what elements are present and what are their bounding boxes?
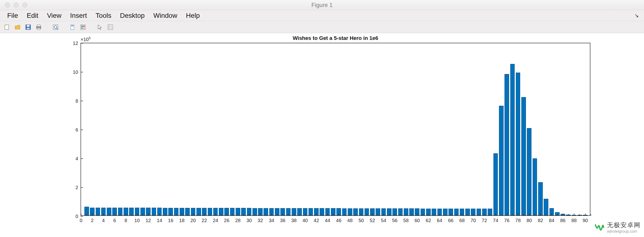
x-tick-label: 62 xyxy=(426,218,431,223)
svg-rect-6 xyxy=(37,25,40,26)
x-tick xyxy=(590,214,591,216)
menu-insert[interactable]: Insert xyxy=(66,11,92,20)
bar xyxy=(533,158,537,215)
x-tick xyxy=(394,214,395,216)
x-tick-label: 6 xyxy=(113,218,116,223)
x-tick xyxy=(198,214,199,216)
x-tick-label: 54 xyxy=(381,218,386,223)
x-tick xyxy=(81,214,81,216)
maximize-window-button[interactable] xyxy=(22,2,28,8)
x-tick xyxy=(456,214,457,216)
x-tick xyxy=(557,214,558,216)
x-tick xyxy=(271,214,272,216)
bar xyxy=(494,153,498,215)
x-tick xyxy=(484,214,484,216)
y-tick-label: 10 xyxy=(73,70,78,75)
y-tick-label: 6 xyxy=(76,127,78,133)
x-tick xyxy=(137,214,137,216)
x-tick-label: 14 xyxy=(157,218,162,223)
minimize-window-button[interactable] xyxy=(14,2,19,8)
y-tick-label: 0 xyxy=(76,214,78,219)
print-button[interactable] xyxy=(34,22,43,32)
y-tick xyxy=(80,158,83,159)
bar-series xyxy=(81,43,590,215)
svg-rect-4 xyxy=(27,28,30,29)
bar xyxy=(527,128,532,215)
x-tick xyxy=(120,214,120,216)
x-tick xyxy=(467,214,468,216)
svg-rect-17 xyxy=(83,28,85,29)
x-tick xyxy=(86,214,87,216)
print-preview-button[interactable] xyxy=(51,22,60,32)
svg-point-1 xyxy=(4,24,6,26)
x-tick-label: 0 xyxy=(80,218,82,223)
x-tick xyxy=(98,214,98,216)
x-tick xyxy=(552,214,552,216)
x-tick xyxy=(523,214,524,216)
menu-file[interactable]: File xyxy=(3,11,22,20)
x-tick-label: 18 xyxy=(179,218,184,223)
x-tick xyxy=(490,214,490,216)
link-plot-button[interactable] xyxy=(68,22,77,32)
close-window-button[interactable] xyxy=(5,2,10,8)
menu-view[interactable]: View xyxy=(42,11,66,20)
x-tick xyxy=(333,214,333,216)
x-tick xyxy=(451,214,451,216)
insert-colorbar-button[interactable] xyxy=(78,22,88,32)
x-tick-label: 44 xyxy=(325,218,330,223)
x-tick-label: 48 xyxy=(347,218,352,223)
edit-plot-cursor-button[interactable] xyxy=(95,22,104,32)
chart-title: Wishes to Get a 5-star Hero in 1e6 xyxy=(80,35,590,41)
x-tick xyxy=(92,214,92,216)
insert-legend-button[interactable] xyxy=(106,22,115,32)
x-tick xyxy=(277,214,277,216)
x-tick-label: 36 xyxy=(280,218,286,223)
y-tick xyxy=(80,216,83,216)
x-tick xyxy=(473,214,474,216)
x-tick-label: 64 xyxy=(437,218,442,223)
x-tick-label: 68 xyxy=(459,218,464,223)
menu-tools[interactable]: Tools xyxy=(92,11,116,20)
menu-help[interactable]: Help xyxy=(182,11,204,20)
toolbar xyxy=(0,21,644,33)
save-button[interactable] xyxy=(24,22,33,32)
x-tick-label: 28 xyxy=(235,218,240,223)
watermark-url: wjhotelgroup.com xyxy=(607,229,641,234)
x-tick xyxy=(378,214,378,216)
y-tick xyxy=(80,72,83,72)
axes[interactable]: 0246810121416182022242628303234363840424… xyxy=(80,43,590,216)
x-tick xyxy=(529,214,530,216)
x-tick-label: 20 xyxy=(190,218,196,223)
x-tick xyxy=(501,214,502,216)
x-tick xyxy=(417,214,418,216)
dock-controls-icon[interactable]: ↘ xyxy=(632,12,641,19)
y-tick xyxy=(80,130,83,130)
x-tick xyxy=(305,214,306,216)
open-file-button[interactable] xyxy=(13,22,22,32)
x-tick xyxy=(496,214,496,216)
x-tick xyxy=(260,214,260,216)
x-tick xyxy=(254,214,255,216)
svg-rect-7 xyxy=(37,28,40,30)
x-tick xyxy=(182,214,182,216)
x-tick xyxy=(383,214,384,216)
x-tick xyxy=(445,214,445,216)
x-tick xyxy=(165,214,165,216)
x-tick xyxy=(361,214,362,216)
x-tick-label: 56 xyxy=(392,218,397,223)
x-tick-label: 38 xyxy=(291,218,296,223)
x-tick xyxy=(221,214,221,216)
menu-desktop[interactable]: Desktop xyxy=(116,11,149,20)
x-tick-label: 4 xyxy=(102,218,105,223)
x-tick xyxy=(154,214,154,216)
figure-canvas[interactable]: Wishes to Get a 5-star Hero in 1e6 ×105 … xyxy=(0,33,644,237)
x-tick xyxy=(232,214,232,216)
bar xyxy=(504,74,509,215)
x-tick-label: 76 xyxy=(504,218,509,223)
x-tick xyxy=(243,214,244,216)
new-figure-button[interactable] xyxy=(2,22,12,32)
x-tick-label: 22 xyxy=(202,218,207,223)
menu-edit[interactable]: Edit xyxy=(22,11,42,20)
x-tick xyxy=(126,214,126,216)
menu-window[interactable]: Window xyxy=(149,11,182,20)
